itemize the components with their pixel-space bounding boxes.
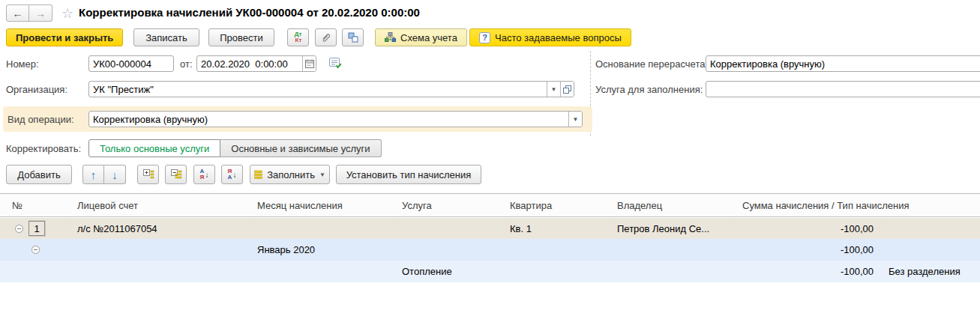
organization-label: Организация:	[6, 84, 67, 95]
post-button[interactable]: Провести	[208, 28, 274, 46]
number-field-wrap	[88, 55, 174, 72]
debit-credit-icon: ДтКт	[295, 31, 302, 43]
post-label: Провести	[220, 32, 263, 43]
favorite-star-icon[interactable]: ☆	[61, 5, 73, 22]
organization-dropdown-icon[interactable]: ▼	[547, 82, 560, 97]
recalc-basis-field-wrap	[706, 55, 980, 72]
adjust-option-main-and-dependent-label: Основные и зависимые услуги	[231, 143, 370, 154]
accounting-scheme-button[interactable]: Схема учета	[375, 28, 467, 46]
accounting-scheme-label: Схема учета	[400, 32, 457, 43]
organization-input[interactable]	[89, 82, 547, 97]
page-title: Корректировка начислений УК00-000004 от …	[79, 6, 420, 19]
up-arrow-icon: ↑	[91, 168, 97, 181]
organization-field-wrap: ▼	[88, 81, 574, 97]
nav-history-group: ← →	[6, 4, 52, 22]
expand-all-button[interactable]	[137, 165, 159, 184]
calendar-icon[interactable]	[302, 56, 316, 71]
amount-cell[interactable]: -100,00	[731, 261, 874, 282]
back-arrow-icon: ←	[13, 7, 23, 19]
amount-cell[interactable]: -100,00	[731, 239, 874, 261]
move-row-group: ↑ ↓	[82, 165, 126, 184]
adjust-toggle-group: Только основные услуги Основные и зависи…	[88, 139, 382, 157]
accruals-table: № Лицевой счет Месяц начисления Услуга К…	[0, 193, 980, 282]
down-arrow-icon: ↓	[112, 168, 118, 181]
month-cell[interactable]: Январь 2020	[257, 239, 392, 261]
number-label: Номер:	[6, 58, 39, 70]
sort-ascending-icon: АЯ ↓	[200, 168, 209, 180]
adjust-label: Корректировать:	[6, 143, 81, 154]
collapse-all-icon	[170, 168, 182, 180]
document-window: ← → ☆ Корректировка начислений УК00-0000…	[0, 0, 980, 319]
service-cell[interactable]: Отопление	[402, 261, 499, 282]
date-field-wrap	[196, 55, 316, 72]
post-and-close-button[interactable]: Провести и закрыть	[6, 28, 123, 46]
attachments-button[interactable]	[315, 28, 337, 46]
operation-kind-field-wrap: ▼	[88, 111, 583, 127]
fill-menu-label: Заполнить	[267, 169, 315, 180]
collapse-expander-icon[interactable]	[31, 239, 42, 261]
column-header-service[interactable]: Услуга	[402, 194, 432, 217]
forward-arrow-icon: →	[35, 7, 46, 19]
recalc-basis-label: Основание перерасчета:	[595, 58, 708, 70]
post-and-close-label: Провести и закрыть	[16, 32, 113, 43]
chevron-down-icon: ▼	[319, 171, 325, 178]
fill-bars-icon	[254, 170, 262, 179]
date-label: от:	[180, 58, 193, 70]
table-row-month[interactable]: Январь 2020 -100,00	[0, 239, 980, 261]
table-header-row: № Лицевой счет Месяц начисления Услуга К…	[0, 194, 980, 217]
expand-all-icon	[142, 168, 154, 180]
fill-service-label: Услуга для заполнения:	[595, 84, 703, 95]
structure-icon	[347, 31, 359, 43]
faq-button[interactable]: ? Часто задаваемые вопросы	[469, 28, 631, 46]
apartment-cell[interactable]: Кв. 1	[510, 218, 607, 239]
amount-cell[interactable]: -100,00	[731, 218, 874, 239]
column-header-month[interactable]: Месяц начисления	[257, 194, 343, 217]
related-documents-button[interactable]	[342, 28, 364, 46]
fill-service-field-wrap	[706, 81, 980, 97]
list-check-icon	[328, 57, 342, 70]
set-accrual-type-button[interactable]: Установить тип начисления	[336, 165, 481, 184]
move-up-button[interactable]: ↑	[82, 165, 104, 184]
add-row-label: Добавить	[17, 169, 60, 180]
organization-open-icon[interactable]	[560, 82, 574, 97]
back-button[interactable]: ←	[6, 4, 29, 22]
owner-cell[interactable]: Петров Леонид Се...	[617, 218, 728, 239]
adjust-option-main-only[interactable]: Только основные услуги	[88, 139, 220, 157]
move-down-button[interactable]: ↓	[104, 165, 126, 184]
sort-descending-button[interactable]: ЯА ↓	[221, 165, 243, 184]
set-accrual-type-label: Установить тип начисления	[346, 169, 472, 180]
fill-menu-button[interactable]: Заполнить ▼	[250, 165, 330, 184]
faq-label: Часто задаваемые вопросы	[495, 32, 622, 43]
column-header-account[interactable]: Лицевой счет	[77, 194, 138, 217]
operation-kind-dropdown-icon[interactable]: ▼	[568, 112, 582, 127]
table-row-account[interactable]: 1 л/с №2011067054 Кв. 1 Петров Леонид Се…	[0, 218, 980, 239]
number-input[interactable]	[89, 56, 173, 71]
collapse-all-button[interactable]	[165, 165, 187, 184]
collapse-expander-icon[interactable]	[15, 218, 25, 239]
question-icon: ?	[479, 32, 490, 43]
write-button[interactable]: Записать	[133, 28, 199, 46]
org-chart-icon	[385, 32, 396, 43]
adjust-option-main-only-label: Только основные услуги	[100, 143, 209, 154]
column-header-num[interactable]: №	[12, 194, 22, 217]
paperclip-icon	[320, 32, 331, 43]
fill-service-input[interactable]	[706, 82, 980, 97]
debit-credit-button[interactable]: ДтКт	[287, 28, 309, 46]
row-number-cell[interactable]: 1	[28, 218, 48, 239]
posting-journal-button[interactable]	[328, 57, 342, 70]
sort-ascending-button[interactable]: АЯ ↓	[193, 165, 215, 184]
sort-descending-icon: ЯА ↓	[228, 168, 237, 180]
accrual-type-cell[interactable]: Без разделения	[889, 261, 979, 282]
date-input[interactable]	[197, 56, 302, 71]
operation-kind-input[interactable]	[89, 112, 568, 127]
column-header-apartment[interactable]: Квартира	[510, 194, 552, 217]
recalc-basis-input[interactable]	[706, 56, 980, 71]
forward-button[interactable]: →	[29, 4, 52, 22]
row-number: 1	[28, 221, 45, 236]
column-header-owner[interactable]: Владелец	[617, 194, 662, 217]
add-row-button[interactable]: Добавить	[6, 165, 72, 184]
adjust-option-main-and-dependent[interactable]: Основные и зависимые услуги	[220, 139, 381, 157]
account-cell[interactable]: л/с №2011067054	[77, 218, 248, 239]
table-row-service[interactable]: Отопление -100,00 Без разделения	[0, 261, 980, 282]
column-header-amount-type[interactable]: Сумма начисления / Тип начисления	[742, 194, 910, 217]
